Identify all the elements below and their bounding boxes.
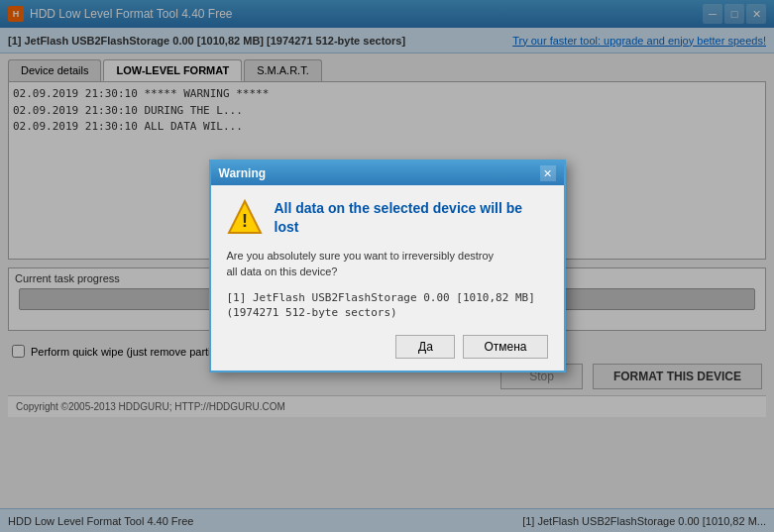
modal-device-info: [1] JetFlash USB2FlashStorage 0.00 [1010…	[227, 290, 548, 321]
modal-titlebar: Warning ✕	[211, 161, 564, 185]
modal-title-heading: All data on the selected device will be …	[275, 199, 548, 235]
warning-icon: !	[227, 199, 263, 235]
modal-message: Are you absolutely sure you want to irre…	[227, 248, 548, 280]
svg-text:!: !	[242, 211, 248, 231]
modal-device-line1: [1] JetFlash USB2FlashStorage 0.00 [1010…	[227, 290, 548, 305]
modal-yes-button[interactable]: Да	[395, 335, 455, 359]
modal-heading: All data on the selected device will be …	[275, 199, 548, 235]
modal-cancel-button[interactable]: Отмена	[463, 335, 547, 359]
warning-dialog: Warning ✕ ! All data on the selected dev…	[209, 160, 566, 372]
modal-overlay: Warning ✕ ! All data on the selected dev…	[0, 0, 774, 532]
modal-close-button[interactable]: ✕	[540, 165, 556, 181]
modal-buttons: Да Отмена	[227, 335, 548, 359]
modal-header-row: ! All data on the selected device will b…	[227, 199, 548, 235]
modal-title-text: Warning	[219, 166, 540, 180]
modal-device-line2: (1974271 512-byte sectors)	[227, 305, 548, 320]
modal-body: ! All data on the selected device will b…	[211, 185, 564, 370]
